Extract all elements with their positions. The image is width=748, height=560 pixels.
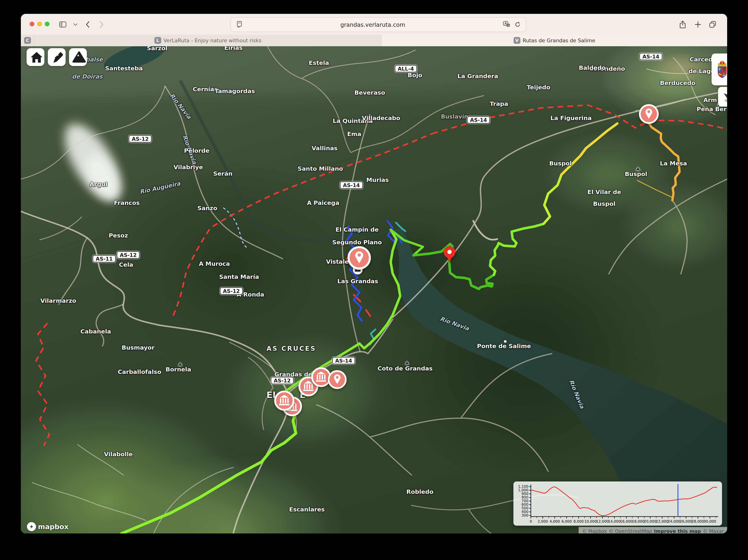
share-icon[interactable]: [679, 20, 687, 29]
map-attribution: © Mapbox © OpenStreetMap Improve this ma…: [579, 527, 727, 533]
close-window-button[interactable]: [29, 22, 34, 26]
tab-bar: C L VerLaRuta - Enjoy nature without ris…: [21, 35, 727, 46]
poi-pin-marker[interactable]: [639, 104, 659, 124]
tab-rutas-grandas[interactable]: V Rutas de Grandas de Salime: [381, 35, 727, 46]
attrib-maxar[interactable]: © Maxar: [703, 529, 724, 534]
attrib-mapbox[interactable]: © Mapbox: [582, 529, 607, 534]
routes-icon: [49, 48, 65, 66]
reader-icon[interactable]: [236, 21, 242, 29]
compass-control[interactable]: [718, 87, 727, 107]
tab-title: VerLaRuta - Enjoy nature without risks: [163, 38, 261, 43]
svg-text:a: a: [508, 24, 509, 27]
pinned-tab-favicon: C: [24, 37, 31, 44]
poi-pin-marker[interactable]: [347, 246, 371, 270]
route-position-pin[interactable]: [443, 246, 456, 264]
svg-text:A: A: [505, 22, 507, 25]
svg-text:10,000: 10,000: [584, 519, 597, 523]
svg-text:1,100: 1,100: [518, 484, 529, 489]
new-tab-icon[interactable]: [694, 20, 702, 29]
svg-text:8,000: 8,000: [574, 519, 584, 523]
municipality-crest-card[interactable]: [711, 53, 727, 85]
svg-text:600: 600: [521, 502, 529, 507]
peaks-button[interactable]: [69, 48, 87, 66]
tab-favicon: V: [514, 37, 520, 44]
elevation-chart: 3004005006007008009001,0001,10002,0004,0…: [513, 482, 722, 526]
peaks-icon: [70, 48, 86, 66]
mapbox-logo[interactable]: ✦ mapbox: [27, 522, 68, 531]
forward-button[interactable]: [97, 20, 106, 29]
svg-text:22,000: 22,000: [656, 519, 668, 523]
svg-text:4,000: 4,000: [550, 519, 560, 523]
svg-text:18,000: 18,000: [632, 519, 645, 523]
browser-titlebar: grandas.verlaruta.com Aa: [21, 14, 727, 35]
address-bar[interactable]: grandas.verlaruta.com Aa: [230, 17, 526, 32]
browser-window: grandas.verlaruta.com Aa C L VerLaRuta -…: [21, 14, 727, 533]
elevation-profile-card[interactable]: 3004005006007008009001,0001,10002,0004,0…: [513, 482, 722, 526]
svg-text:0: 0: [530, 519, 532, 523]
svg-text:900: 900: [521, 491, 529, 496]
museum-marker[interactable]: [274, 391, 294, 411]
minimize-window-button[interactable]: [37, 22, 42, 26]
sidebar-icon[interactable]: [59, 20, 67, 29]
svg-text:24,000: 24,000: [668, 519, 680, 523]
svg-text:20,000: 20,000: [644, 519, 656, 523]
chevron-down-icon[interactable]: [71, 20, 80, 29]
svg-text:500: 500: [521, 506, 529, 510]
svg-text:700: 700: [521, 499, 529, 503]
routes-button[interactable]: [48, 48, 66, 66]
svg-text:30,000: 30,000: [704, 519, 716, 523]
svg-text:28,000: 28,000: [692, 519, 704, 523]
translate-icon[interactable]: Aa: [503, 21, 511, 28]
poi-pin-marker[interactable]: [328, 370, 347, 389]
pinned-tab[interactable]: C: [21, 35, 34, 46]
svg-text:800: 800: [521, 495, 529, 499]
svg-text:12,000: 12,000: [596, 519, 609, 523]
home-button[interactable]: [27, 48, 44, 66]
svg-text:26,000: 26,000: [680, 519, 692, 523]
svg-text:400: 400: [521, 510, 529, 514]
zoom-window-button[interactable]: [45, 22, 49, 26]
svg-text:1,000: 1,000: [518, 488, 529, 492]
tab-favicon: L: [155, 37, 161, 44]
svg-text:6,000: 6,000: [562, 519, 572, 523]
url-text[interactable]: grandas.verlaruta.com: [242, 21, 503, 28]
svg-text:16,000: 16,000: [620, 519, 632, 523]
attrib-osm[interactable]: © OpenStreetMap: [609, 529, 652, 534]
svg-text:2,000: 2,000: [538, 519, 548, 523]
reload-icon[interactable]: [514, 21, 521, 28]
tab-overview-icon[interactable]: [708, 20, 717, 29]
marker-layer: [21, 46, 727, 533]
grandas-coat-of-arms-icon: [716, 60, 727, 79]
back-button[interactable]: [84, 20, 92, 29]
svg-text:14,000: 14,000: [608, 519, 621, 523]
svg-text:300: 300: [521, 513, 529, 517]
mapbox-icon: ✦: [27, 522, 36, 531]
home-icon: [28, 48, 43, 66]
tab-verlaruta[interactable]: L VerLaRuta - Enjoy nature without risks: [34, 35, 381, 46]
map-canvas[interactable]: SarzolEiríasSantestebaEmbalsede DoirasRí…: [21, 46, 727, 533]
attrib-improve-link[interactable]: Improve this map: [654, 529, 701, 534]
tab-title: Rutas de Grandas de Salime: [523, 38, 595, 43]
map-controls: [27, 48, 87, 66]
compass-needle-icon: [718, 87, 727, 107]
